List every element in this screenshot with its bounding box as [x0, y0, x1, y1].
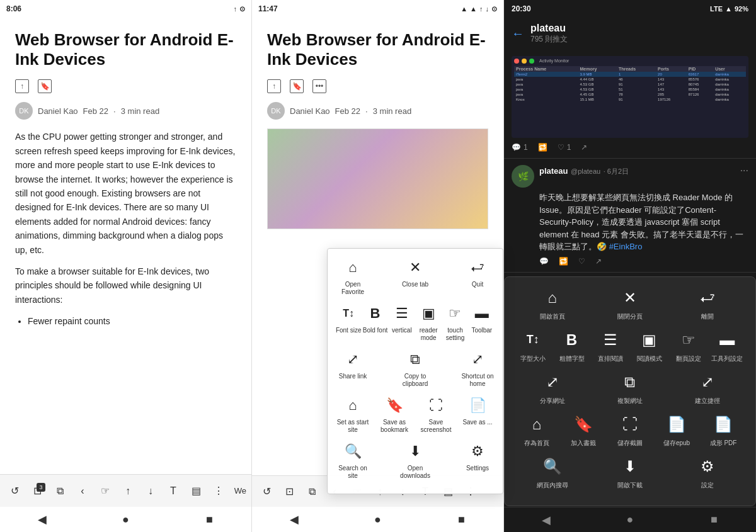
am-cell: 4.53 GB — [578, 87, 616, 92]
twitter-feed: Activity Monitor Process Name Memory Thr… — [504, 50, 756, 507]
popup-open-downloads[interactable]: ⬇ Open downloads — [398, 440, 433, 480]
popup-vertical[interactable]: ☰ vertical — [389, 302, 415, 342]
nav-home-left[interactable]: ● — [117, 510, 135, 529]
finger-icon[interactable]: ☞ — [96, 482, 115, 501]
text-icon-bar[interactable]: T — [164, 482, 183, 501]
popup-settings[interactable]: ⚙ Settings — [460, 440, 495, 480]
tweet2-more[interactable]: ··· — [740, 165, 748, 176]
dark-popup-home[interactable]: ⌂ 開啟首頁 — [531, 286, 574, 320]
dark-popup-search-page[interactable]: 🔍 網頁內搜尋 — [531, 455, 574, 489]
dark-popup-toolbar-setting[interactable]: ▬ 工具列設定 — [707, 328, 747, 363]
dark-share-url-label: 分享網址 — [540, 397, 565, 405]
popup-font-size[interactable]: T↕ Font size — [335, 302, 362, 342]
am-cell: 85584 — [687, 87, 713, 92]
copy-label: Copy to clipboard — [398, 373, 433, 388]
dark-popup-open-downloads[interactable]: ⬇ 開啟下載 — [609, 455, 651, 489]
popup-save-screenshot[interactable]: ⛶ Save screenshot — [418, 394, 454, 434]
dark-copy-url-icon: ⧉ — [618, 370, 642, 394]
more-icon-mid[interactable]: ••• — [312, 79, 326, 93]
popup-copy-clipboard[interactable]: ⧉ Copy to clipboard — [398, 348, 433, 388]
nav-back-mid[interactable]: ◀ — [285, 510, 304, 529]
upload-icon-bar[interactable]: ↑ — [118, 482, 137, 501]
tweet-actions-1: 💬 1 🔁 ♡ 1 ↗ — [512, 143, 748, 152]
save-bookmark-label: Save as bookmark — [377, 419, 412, 434]
dark-popup-save-screenshot[interactable]: ⛶ 儲存截圖 — [609, 412, 651, 447]
like-action-2[interactable]: ♡ — [578, 257, 585, 266]
popup-quit[interactable]: ⮐ Quit — [460, 256, 495, 296]
vertical-label: vertical — [392, 327, 412, 334]
bottom-toolbar-left: ↺ ⊡ 3 ⧉ ‹ ☞ ↑ ↓ T ▤ ⋮ We — [0, 474, 251, 507]
dark-popup-create-shortcut[interactable]: ⤢ 建立捷徑 — [686, 370, 729, 405]
layers-icon-mid[interactable]: ⧉ — [302, 482, 321, 501]
bullet-1: Fewer repaint counts — [28, 314, 236, 328]
back-icon[interactable]: ‹ — [73, 482, 92, 501]
reply-action-2[interactable]: 💬 — [539, 257, 549, 266]
dark-popup-save-epub[interactable]: 📄 儲存epub — [655, 412, 698, 447]
dark-popup-reader[interactable]: ▣ 閱讀模式 — [630, 328, 669, 363]
dark-bold-icon: B — [560, 328, 584, 352]
tab-icon-mid[interactable]: ⊡ — [280, 482, 299, 501]
home-icon-popup: ⌂ — [341, 256, 364, 279]
dark-popup-bold[interactable]: B 粗體字型 — [553, 328, 592, 363]
popup-search-site[interactable]: 🔍 Search on site — [335, 440, 370, 480]
dark-popup-close-tab[interactable]: ✕ 關閉分頁 — [609, 286, 651, 320]
dark-popup-quit[interactable]: ⮐ 離開 — [686, 286, 729, 320]
dark-popup-copy-url[interactable]: ⧉ 複製網址 — [609, 370, 651, 405]
tweet2-avatar: 🌿 — [512, 165, 534, 188]
popup-toolbar[interactable]: ▬ Toolbar — [469, 302, 495, 342]
nav-square-mid[interactable]: ■ — [452, 510, 471, 529]
nav-back-left[interactable]: ◀ — [33, 510, 52, 529]
download-icon-bar[interactable]: ↓ — [141, 482, 160, 501]
dark-popup-share-url[interactable]: ⤢ 分享網址 — [531, 370, 574, 405]
popup-bold[interactable]: B Bold font — [362, 302, 388, 342]
share-action-1[interactable]: ↗ — [581, 143, 587, 152]
popup-save-as[interactable]: 📄 Save as ... — [460, 394, 495, 434]
toolbar-icon-bar[interactable]: ▤ — [186, 482, 205, 501]
retweet-action-1[interactable]: 🔁 — [538, 143, 547, 152]
dark-popup-vertical[interactable]: ☰ 直排閱讀 — [591, 328, 630, 363]
dark-popup-add-bookmark[interactable]: 🔖 加入書籤 — [562, 412, 605, 447]
back-button-right[interactable]: ← — [512, 26, 524, 41]
dark-popup-fontsize[interactable]: T↕ 字型大小 — [513, 328, 553, 363]
am-cell: 20 — [656, 72, 687, 77]
nav-square-right[interactable]: ■ — [704, 511, 723, 529]
dark-popup-row-4: ⌂ 存為首頁 🔖 加入書籤 ⛶ 儲存截圖 📄 儲存epub 📄 成形 — [513, 412, 747, 447]
wifi-mid: ▲ — [470, 5, 477, 13]
dark-popup-settings[interactable]: ⚙ 設定 — [686, 455, 729, 489]
popup-close-tab[interactable]: ✕ Close tab — [398, 256, 433, 296]
avatar-left: DK — [15, 102, 33, 120]
layers-icon[interactable]: ⧉ — [50, 482, 69, 501]
bookmark-icon-left[interactable]: 🔖 — [38, 79, 52, 93]
popup-touch-setting[interactable]: ☞ touch setting — [442, 302, 468, 342]
share-icon-left[interactable]: ↑ — [15, 79, 29, 93]
retweet-action-2[interactable]: 🔁 — [559, 257, 568, 266]
popup-shortcut-home[interactable]: ⤢ Shortcut on home — [460, 348, 495, 388]
refresh-icon[interactable]: ↺ — [5, 482, 24, 501]
tab-icon[interactable]: ⊡ 3 — [28, 482, 47, 501]
refresh-icon-mid[interactable]: ↺ — [257, 482, 276, 501]
tweet2-hashtag[interactable]: #EinkBro — [609, 242, 643, 251]
reply-action-1[interactable]: 💬 1 — [512, 143, 528, 152]
share-action-2[interactable]: ↗ — [595, 257, 602, 266]
dark-popup-save-pdf[interactable]: 📄 成形 PDF — [702, 412, 745, 447]
am-cell: darrinka — [713, 72, 746, 77]
dark-popup-page-setting[interactable]: ☞ 翻頁設定 — [669, 328, 708, 363]
nav-home-right[interactable]: ● — [621, 511, 639, 529]
dark-epub-label: 儲存epub — [663, 439, 690, 447]
nav-back-right[interactable]: ◀ — [537, 511, 556, 529]
popup-reader-mode[interactable]: ▣ reader mode — [415, 302, 442, 342]
nav-home-mid[interactable]: ● — [369, 510, 387, 529]
nav-square-left[interactable]: ■ — [200, 510, 219, 529]
bookmark-icon-mid[interactable]: 🔖 — [290, 79, 304, 93]
like-action-1[interactable]: ♡ 1 — [558, 143, 571, 152]
popup-share-link[interactable]: ⤢ Share link — [335, 348, 370, 388]
share-icon-mid[interactable]: ↑ — [267, 79, 281, 93]
popup-open-favorite[interactable]: ⌂ OpenFavorite — [335, 256, 370, 296]
am-row-iterm: iTerm2 3.9 MB 1 20 63617 darrinka — [514, 72, 746, 77]
dark-popup-save-homepage[interactable]: ⌂ 存為首頁 — [515, 412, 558, 447]
popup-save-bookmark[interactable]: 🔖 Save as bookmark — [377, 394, 412, 434]
more-icon-bar[interactable]: ⋮ — [209, 482, 228, 501]
am-cell — [687, 97, 713, 102]
am-cell: 285 — [656, 92, 687, 97]
popup-set-start[interactable]: ⌂ Set as start site — [335, 394, 370, 434]
